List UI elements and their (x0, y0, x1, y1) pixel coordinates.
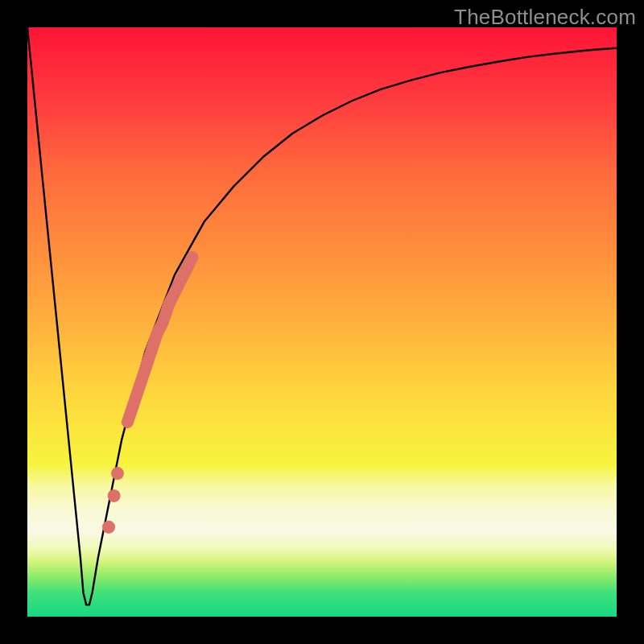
chart-frame: TheBottleneck.com (0, 0, 644, 644)
watermark-text: TheBottleneck.com (454, 5, 636, 30)
bottleneck-chart (27, 27, 617, 617)
plot-area (27, 27, 617, 617)
highlight-point (102, 521, 115, 534)
highlight-point (111, 467, 124, 480)
highlight-point (108, 489, 121, 502)
